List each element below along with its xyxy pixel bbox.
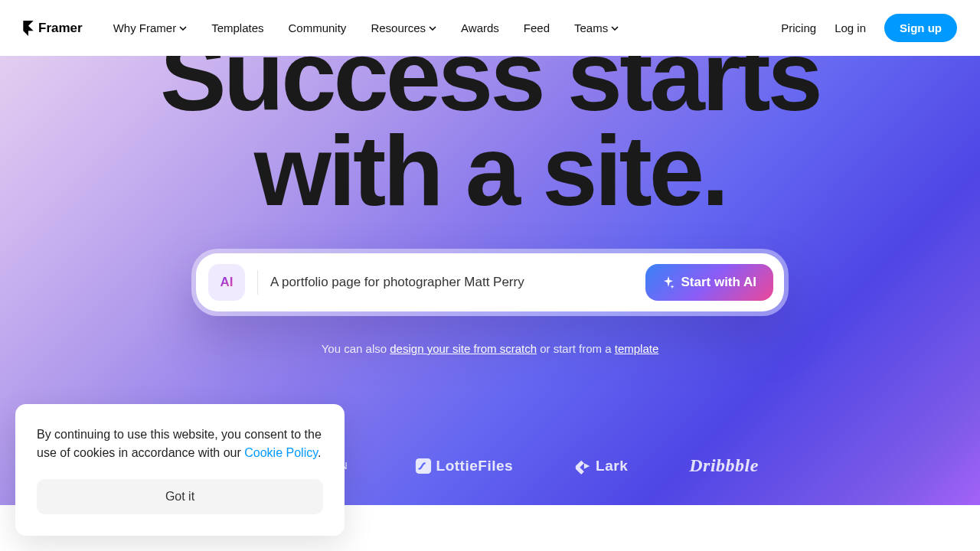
nav-item-label: Feed — [524, 21, 550, 34]
brand-lark: Lark — [574, 458, 628, 474]
cookie-text: By continuing to use this website, you c… — [37, 425, 323, 462]
ai-icon-text: AI — [220, 275, 234, 290]
hero-content: Success starts with a site. AI Start wit… — [0, 56, 980, 355]
cookie-accept-button[interactable]: Got it — [37, 479, 323, 514]
framer-logo-icon — [23, 21, 34, 36]
sparkle-icon — [662, 276, 675, 289]
signup-button[interactable]: Sign up — [884, 14, 957, 42]
nav-community[interactable]: Community — [289, 21, 347, 34]
svg-rect-0 — [415, 458, 430, 473]
nav-teams[interactable]: Teams — [574, 21, 619, 34]
brand-lottiefiles: LottieFiles — [415, 458, 514, 474]
nav-templates[interactable]: Templates — [211, 21, 263, 34]
lottiefiles-icon — [415, 458, 432, 474]
nav-feed[interactable]: Feed — [524, 21, 550, 34]
design-from-scratch-link[interactable]: design your site from scratch — [390, 342, 537, 355]
headline-line2: with a site. — [254, 115, 727, 227]
cookie-text-part2: . — [318, 446, 321, 459]
nav-login[interactable]: Log in — [835, 21, 866, 34]
nav-item-label: Templates — [211, 21, 263, 34]
brand-label: Lark — [596, 458, 628, 474]
start-with-ai-button[interactable]: Start with AI — [645, 264, 773, 301]
subtext-prefix: You can also — [322, 342, 390, 355]
ai-button-label: Start with AI — [681, 275, 756, 290]
ai-icon-badge: AI — [208, 264, 245, 301]
framer-logo-text: Framer — [38, 21, 83, 36]
lark-icon — [574, 458, 591, 474]
nav-why-framer[interactable]: Why Framer — [113, 21, 188, 34]
brand-dribbble: Dribbble — [689, 455, 759, 476]
nav-left-group: Framer Why Framer Templates Community Re… — [23, 21, 619, 36]
nav-item-label: Pricing — [781, 21, 816, 34]
nav-item-label: Community — [289, 21, 347, 34]
nav-item-label: Resources — [371, 21, 426, 34]
ai-prompt-bar: AI Start with AI — [196, 253, 784, 311]
subtext-mid: or start from a — [537, 342, 615, 355]
chevron-down-icon — [611, 26, 619, 31]
brand-label: LottieFiles — [436, 458, 514, 474]
cookie-policy-link[interactable]: Cookie Policy — [244, 446, 318, 459]
nav-awards[interactable]: Awards — [461, 21, 499, 34]
nav-item-label: Why Framer — [113, 21, 177, 34]
nav-item-label: Awards — [461, 21, 499, 34]
hero-headline: Success starts with a site. — [0, 29, 980, 218]
nav-right-group: Pricing Log in Sign up — [781, 14, 957, 42]
nav-item-label: Teams — [574, 21, 608, 34]
divider — [257, 270, 258, 295]
ai-prompt-container: AI Start with AI — [191, 249, 789, 316]
chevron-down-icon — [179, 26, 187, 31]
nav-pricing[interactable]: Pricing — [781, 21, 816, 34]
template-link[interactable]: template — [615, 342, 659, 355]
nav-item-label: Log in — [835, 21, 866, 34]
nav-links: Why Framer Templates Community Resources… — [113, 21, 619, 34]
framer-logo[interactable]: Framer — [23, 21, 83, 36]
chevron-down-icon — [429, 26, 436, 31]
cookie-consent-banner: By continuing to use this website, you c… — [15, 404, 345, 536]
ai-prompt-input[interactable] — [270, 275, 633, 290]
subtext-line: You can also design your site from scrat… — [0, 342, 980, 355]
nav-resources[interactable]: Resources — [371, 21, 436, 34]
main-nav: Framer Why Framer Templates Community Re… — [0, 0, 980, 56]
